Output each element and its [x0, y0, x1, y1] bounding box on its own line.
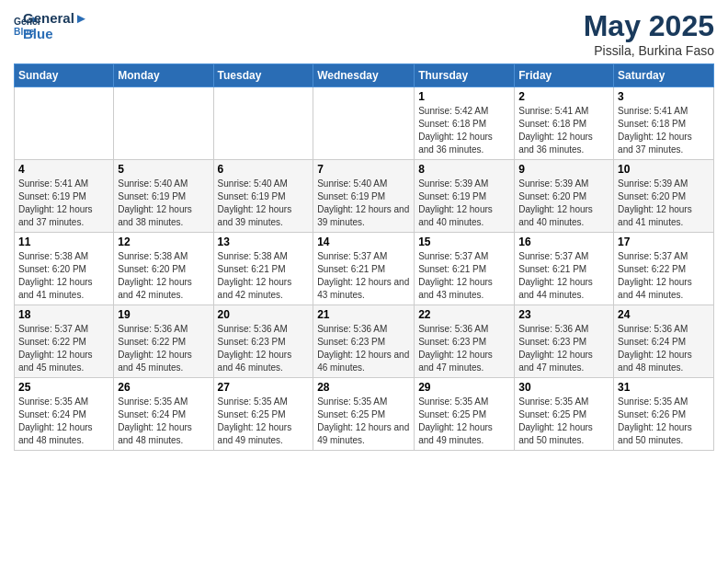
table-row: 30Sunrise: 5:35 AM Sunset: 6:25 PM Dayli…: [515, 378, 614, 451]
table-row: 4Sunrise: 5:41 AM Sunset: 6:19 PM Daylig…: [15, 160, 114, 233]
day-info: Sunrise: 5:36 AM Sunset: 6:23 PM Dayligh…: [317, 323, 410, 374]
table-row: 15Sunrise: 5:37 AM Sunset: 6:21 PM Dayli…: [415, 233, 515, 305]
title-block: May 2025 Pissila, Burkina Faso: [584, 9, 714, 58]
day-number: 30: [518, 381, 609, 394]
table-row: 13Sunrise: 5:38 AM Sunset: 6:21 PM Dayli…: [213, 233, 313, 305]
day-info: Sunrise: 5:37 AM Sunset: 6:21 PM Dayligh…: [518, 250, 609, 302]
table-row: 10Sunrise: 5:39 AM Sunset: 6:20 PM Dayli…: [614, 160, 714, 233]
day-info: Sunrise: 5:35 AM Sunset: 6:24 PM Dayligh…: [118, 396, 209, 447]
table-row: 8Sunrise: 5:39 AM Sunset: 6:19 PM Daylig…: [415, 160, 515, 233]
day-number: 13: [218, 236, 310, 248]
calendar-week-1: 1Sunrise: 5:42 AM Sunset: 6:18 PM Daylig…: [15, 87, 714, 160]
day-info: Sunrise: 5:40 AM Sunset: 6:19 PM Dayligh…: [317, 178, 410, 229]
day-info: Sunrise: 5:38 AM Sunset: 6:20 PM Dayligh…: [18, 250, 109, 302]
table-row: 11Sunrise: 5:38 AM Sunset: 6:20 PM Dayli…: [15, 233, 114, 305]
logo: General Blue General► Blue: [14, 9, 88, 41]
day-info: Sunrise: 5:38 AM Sunset: 6:20 PM Dayligh…: [118, 250, 209, 302]
day-number: 1: [418, 90, 510, 103]
day-info: Sunrise: 5:37 AM Sunset: 6:22 PM Dayligh…: [18, 323, 109, 374]
day-number: 2: [518, 90, 609, 103]
day-number: 11: [18, 236, 109, 248]
day-info: Sunrise: 5:35 AM Sunset: 6:25 PM Dayligh…: [518, 396, 609, 447]
day-number: 12: [118, 236, 209, 248]
calendar-table: Sunday Monday Tuesday Wednesday Thursday…: [14, 63, 714, 451]
day-info: Sunrise: 5:39 AM Sunset: 6:19 PM Dayligh…: [418, 178, 510, 229]
day-info: Sunrise: 5:40 AM Sunset: 6:19 PM Dayligh…: [218, 178, 310, 229]
logo-text: General►: [23, 11, 88, 27]
table-row: 24Sunrise: 5:36 AM Sunset: 6:24 PM Dayli…: [614, 305, 714, 378]
table-row: 3Sunrise: 5:41 AM Sunset: 6:18 PM Daylig…: [614, 87, 714, 160]
day-info: Sunrise: 5:36 AM Sunset: 6:23 PM Dayligh…: [518, 323, 609, 374]
table-row: 1Sunrise: 5:42 AM Sunset: 6:18 PM Daylig…: [415, 87, 515, 160]
day-info: Sunrise: 5:36 AM Sunset: 6:24 PM Dayligh…: [618, 323, 710, 374]
day-number: 21: [317, 308, 410, 321]
day-number: 18: [18, 308, 109, 321]
calendar-week-4: 18Sunrise: 5:37 AM Sunset: 6:22 PM Dayli…: [15, 305, 714, 378]
col-monday: Monday: [114, 64, 213, 87]
day-info: Sunrise: 5:40 AM Sunset: 6:19 PM Dayligh…: [118, 178, 209, 229]
day-number: 22: [418, 308, 510, 321]
table-row: 29Sunrise: 5:35 AM Sunset: 6:25 PM Dayli…: [415, 378, 515, 451]
day-number: 31: [618, 381, 710, 394]
table-row: 22Sunrise: 5:36 AM Sunset: 6:23 PM Dayli…: [415, 305, 515, 378]
calendar-week-3: 11Sunrise: 5:38 AM Sunset: 6:20 PM Dayli…: [15, 233, 714, 305]
day-number: 28: [317, 381, 410, 394]
header: General Blue General► Blue May 2025 Piss…: [14, 9, 714, 58]
day-number: 25: [18, 381, 109, 394]
table-row: 5Sunrise: 5:40 AM Sunset: 6:19 PM Daylig…: [114, 160, 213, 233]
day-number: 14: [317, 236, 410, 248]
day-info: Sunrise: 5:35 AM Sunset: 6:25 PM Dayligh…: [218, 396, 310, 447]
day-info: Sunrise: 5:37 AM Sunset: 6:22 PM Dayligh…: [618, 250, 710, 302]
day-info: Sunrise: 5:41 AM Sunset: 6:19 PM Dayligh…: [18, 178, 109, 229]
day-info: Sunrise: 5:37 AM Sunset: 6:21 PM Dayligh…: [418, 250, 510, 302]
day-number: 20: [218, 308, 310, 321]
day-number: 29: [418, 381, 510, 394]
location: Pissila, Burkina Faso: [584, 43, 714, 58]
day-number: 10: [618, 163, 710, 176]
table-row: 16Sunrise: 5:37 AM Sunset: 6:21 PM Dayli…: [515, 233, 614, 305]
month-title: May 2025: [584, 9, 714, 43]
table-row: 17Sunrise: 5:37 AM Sunset: 6:22 PM Dayli…: [614, 233, 714, 305]
table-row: 28Sunrise: 5:35 AM Sunset: 6:25 PM Dayli…: [313, 378, 415, 451]
day-info: Sunrise: 5:39 AM Sunset: 6:20 PM Dayligh…: [618, 178, 710, 229]
logo-blue-text: Blue: [23, 27, 88, 42]
day-info: Sunrise: 5:35 AM Sunset: 6:26 PM Dayligh…: [618, 396, 710, 447]
table-row: 25Sunrise: 5:35 AM Sunset: 6:24 PM Dayli…: [15, 378, 114, 451]
day-number: 23: [518, 308, 609, 321]
day-number: 27: [218, 381, 310, 394]
day-number: 8: [418, 163, 510, 176]
day-info: Sunrise: 5:41 AM Sunset: 6:18 PM Dayligh…: [618, 105, 710, 156]
day-info: Sunrise: 5:36 AM Sunset: 6:22 PM Dayligh…: [118, 323, 209, 374]
page-container: General Blue General► Blue May 2025 Piss…: [0, 0, 728, 460]
day-number: 15: [418, 236, 510, 248]
day-info: Sunrise: 5:35 AM Sunset: 6:24 PM Dayligh…: [18, 396, 109, 447]
calendar-header-row: Sunday Monday Tuesday Wednesday Thursday…: [15, 64, 714, 87]
table-row: 26Sunrise: 5:35 AM Sunset: 6:24 PM Dayli…: [114, 378, 213, 451]
table-row: 20Sunrise: 5:36 AM Sunset: 6:23 PM Dayli…: [213, 305, 313, 378]
table-row: 18Sunrise: 5:37 AM Sunset: 6:22 PM Dayli…: [15, 305, 114, 378]
table-row: 19Sunrise: 5:36 AM Sunset: 6:22 PM Dayli…: [114, 305, 213, 378]
table-row: [213, 87, 313, 160]
col-sunday: Sunday: [15, 64, 114, 87]
table-row: 12Sunrise: 5:38 AM Sunset: 6:20 PM Dayli…: [114, 233, 213, 305]
col-saturday: Saturday: [614, 64, 714, 87]
table-row: 27Sunrise: 5:35 AM Sunset: 6:25 PM Dayli…: [213, 378, 313, 451]
col-wednesday: Wednesday: [313, 64, 415, 87]
table-row: 14Sunrise: 5:37 AM Sunset: 6:21 PM Dayli…: [313, 233, 415, 305]
day-number: 7: [317, 163, 410, 176]
day-info: Sunrise: 5:38 AM Sunset: 6:21 PM Dayligh…: [218, 250, 310, 302]
day-number: 3: [618, 90, 710, 103]
table-row: [114, 87, 213, 160]
table-row: 21Sunrise: 5:36 AM Sunset: 6:23 PM Dayli…: [313, 305, 415, 378]
day-info: Sunrise: 5:37 AM Sunset: 6:21 PM Dayligh…: [317, 250, 410, 302]
day-number: 26: [118, 381, 209, 394]
day-number: 6: [218, 163, 310, 176]
calendar-week-5: 25Sunrise: 5:35 AM Sunset: 6:24 PM Dayli…: [15, 378, 714, 451]
day-number: 19: [118, 308, 209, 321]
day-number: 17: [618, 236, 710, 248]
day-number: 9: [518, 163, 609, 176]
day-info: Sunrise: 5:41 AM Sunset: 6:18 PM Dayligh…: [518, 105, 609, 156]
col-friday: Friday: [515, 64, 614, 87]
table-row: 6Sunrise: 5:40 AM Sunset: 6:19 PM Daylig…: [213, 160, 313, 233]
col-tuesday: Tuesday: [213, 64, 313, 87]
